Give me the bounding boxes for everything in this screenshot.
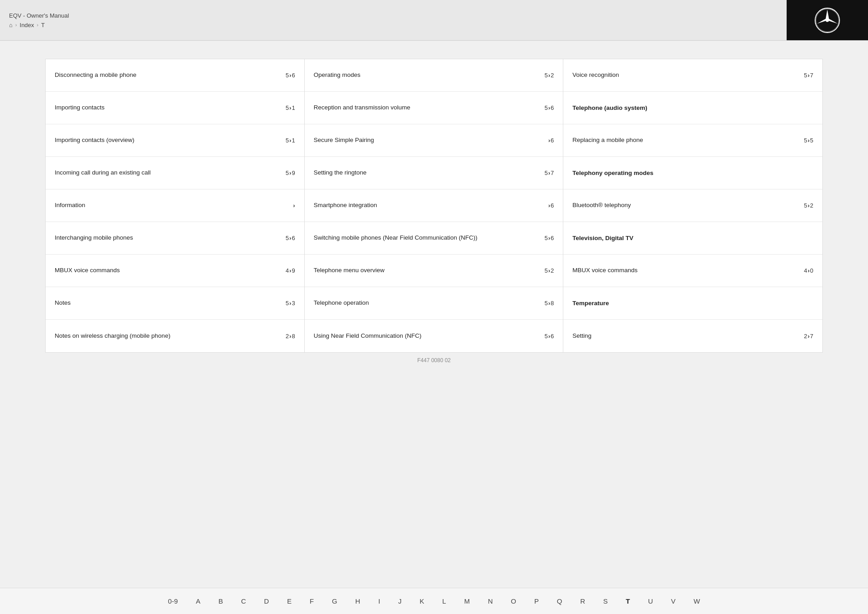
row-label: Reception and transmission volume bbox=[314, 104, 545, 112]
alpha-item-j[interactable]: J bbox=[396, 595, 405, 607]
table-row[interactable]: Incoming call during an existing call5›9 bbox=[46, 157, 304, 189]
table-row[interactable]: Secure Simple Pairing›6 bbox=[305, 124, 563, 157]
table-row[interactable]: Switching mobile phones (Near Field Comm… bbox=[305, 222, 563, 255]
row-label: Smartphone integration bbox=[314, 201, 548, 210]
table-row[interactable]: Bluetooth® telephony5›2 bbox=[563, 189, 822, 222]
alpha-item-b[interactable]: B bbox=[216, 595, 226, 607]
alpha-item-09[interactable]: 0-9 bbox=[165, 595, 181, 607]
table-row[interactable]: Telephone menu overview5›2 bbox=[305, 255, 563, 287]
alpha-item-q[interactable]: Q bbox=[554, 595, 565, 607]
row-label: MBUX voice commands bbox=[55, 266, 286, 275]
table-row[interactable]: Voice recognition5›7 bbox=[563, 59, 822, 92]
home-icon[interactable]: ⌂ bbox=[9, 22, 13, 28]
row-label: Switching mobile phones (Near Field Comm… bbox=[314, 234, 545, 242]
breadcrumb-sep-1: › bbox=[15, 22, 17, 28]
alpha-item-i[interactable]: I bbox=[376, 595, 383, 607]
breadcrumb-t[interactable]: T bbox=[41, 22, 45, 28]
table-row[interactable]: Disconnecting a mobile phone5›6 bbox=[46, 59, 304, 92]
row-label: Information bbox=[55, 201, 293, 210]
table-row[interactable]: Importing contacts5›1 bbox=[46, 92, 304, 124]
row-label: Setting bbox=[572, 332, 804, 340]
row-label: Notes bbox=[55, 299, 286, 307]
row-page: 5›1 bbox=[286, 137, 295, 144]
svg-point-3 bbox=[826, 19, 829, 22]
section-header-text: Television, Digital TV bbox=[572, 235, 633, 241]
row-page: ›6 bbox=[548, 137, 554, 144]
header: EQV - Owner's Manual ⌂ › Index › T bbox=[0, 0, 868, 41]
row-label: Voice recognition bbox=[572, 71, 804, 80]
table-row[interactable]: MBUX voice commands4›0 bbox=[563, 255, 822, 287]
row-page: 5›7 bbox=[545, 170, 554, 176]
row-page: 5›6 bbox=[286, 72, 295, 79]
section-header-text: Temperature bbox=[572, 300, 609, 307]
header-title: EQV - Owner's Manual bbox=[9, 12, 778, 19]
alpha-item-m[interactable]: M bbox=[462, 595, 473, 607]
row-page: › bbox=[293, 202, 295, 209]
table-row[interactable]: Notes5›3 bbox=[46, 287, 304, 320]
row-page: 5›6 bbox=[286, 235, 295, 241]
row-page: 5›6 bbox=[545, 235, 554, 241]
row-page: 5›8 bbox=[545, 300, 554, 307]
alpha-item-s[interactable]: S bbox=[600, 595, 610, 607]
table-row[interactable]: Notes on wireless charging (mobile phone… bbox=[46, 320, 304, 352]
table-row[interactable]: Setting2›7 bbox=[563, 320, 822, 352]
table-row[interactable]: MBUX voice commands4›9 bbox=[46, 255, 304, 287]
row-label: Telephone operation bbox=[314, 299, 545, 307]
row-label: Replacing a mobile phone bbox=[572, 136, 804, 145]
alpha-item-n[interactable]: N bbox=[485, 595, 495, 607]
table-row[interactable]: Interchanging mobile phones5›6 bbox=[46, 222, 304, 255]
index-table: Disconnecting a mobile phone5›6Importing… bbox=[45, 59, 823, 353]
alpha-item-w[interactable]: W bbox=[691, 595, 703, 607]
alpha-item-k[interactable]: K bbox=[417, 595, 427, 607]
column-2: Operating modes5›2Reception and transmis… bbox=[305, 59, 564, 352]
row-page: 5›2 bbox=[804, 202, 813, 209]
row-label: Setting the ringtone bbox=[314, 169, 545, 177]
row-page: 5›2 bbox=[545, 267, 554, 274]
row-page: 5›6 bbox=[545, 104, 554, 111]
row-label: Bluetooth® telephony bbox=[572, 201, 804, 210]
section-header-text: Telephone (audio system) bbox=[572, 104, 647, 111]
alpha-item-f[interactable]: F bbox=[307, 595, 316, 607]
alpha-item-t[interactable]: T bbox=[623, 595, 632, 607]
table-row[interactable]: Reception and transmission volume5›6 bbox=[305, 92, 563, 124]
row-label: Notes on wireless charging (mobile phone… bbox=[55, 332, 286, 340]
alpha-item-v[interactable]: V bbox=[668, 595, 678, 607]
alpha-item-u[interactable]: U bbox=[645, 595, 656, 607]
row-page: 5›7 bbox=[804, 72, 813, 79]
row-label: Interchanging mobile phones bbox=[55, 234, 286, 242]
alpha-item-e[interactable]: E bbox=[284, 595, 294, 607]
row-label: Importing contacts (overview) bbox=[55, 136, 286, 145]
alpha-item-p[interactable]: P bbox=[532, 595, 542, 607]
table-row[interactable]: Operating modes5›2 bbox=[305, 59, 563, 92]
footer-code: F447 0080 02 bbox=[45, 353, 823, 400]
row-page: 5›9 bbox=[286, 170, 295, 176]
table-row[interactable]: Setting the ringtone5›7 bbox=[305, 157, 563, 189]
table-row[interactable]: Using Near Field Communication (NFC)5›6 bbox=[305, 320, 563, 352]
row-label: Importing contacts bbox=[55, 104, 286, 112]
row-page: 4›0 bbox=[804, 267, 813, 274]
row-page: 5›6 bbox=[545, 333, 554, 340]
table-row[interactable]: Replacing a mobile phone5›5 bbox=[563, 124, 822, 157]
alphabet-nav: 0-9ABCDEFGHIJKLMNOPQRSTUVW bbox=[0, 588, 868, 614]
breadcrumb-index[interactable]: Index bbox=[20, 22, 34, 28]
alpha-item-d[interactable]: D bbox=[261, 595, 272, 607]
alpha-item-h[interactable]: H bbox=[353, 595, 363, 607]
column-3: Voice recognition5›7Telephone (audio sys… bbox=[563, 59, 822, 352]
column-1: Disconnecting a mobile phone5›6Importing… bbox=[46, 59, 305, 352]
alpha-item-a[interactable]: A bbox=[193, 595, 203, 607]
alpha-item-l[interactable]: L bbox=[439, 595, 448, 607]
table-row[interactable]: Information› bbox=[46, 189, 304, 222]
row-page: 5›3 bbox=[286, 300, 295, 307]
row-page: 5›2 bbox=[545, 72, 554, 79]
alpha-item-g[interactable]: G bbox=[329, 595, 340, 607]
alpha-item-r[interactable]: R bbox=[577, 595, 588, 607]
section-header: Temperature bbox=[563, 287, 822, 320]
row-label: Secure Simple Pairing bbox=[314, 136, 548, 145]
section-header-text: Telephony operating modes bbox=[572, 170, 653, 176]
table-row[interactable]: Telephone operation5›8 bbox=[305, 287, 563, 320]
table-row[interactable]: Importing contacts (overview)5›1 bbox=[46, 124, 304, 157]
alpha-item-c[interactable]: C bbox=[238, 595, 249, 607]
row-label: Telephone menu overview bbox=[314, 266, 545, 275]
table-row[interactable]: Smartphone integration›6 bbox=[305, 189, 563, 222]
alpha-item-o[interactable]: O bbox=[508, 595, 519, 607]
